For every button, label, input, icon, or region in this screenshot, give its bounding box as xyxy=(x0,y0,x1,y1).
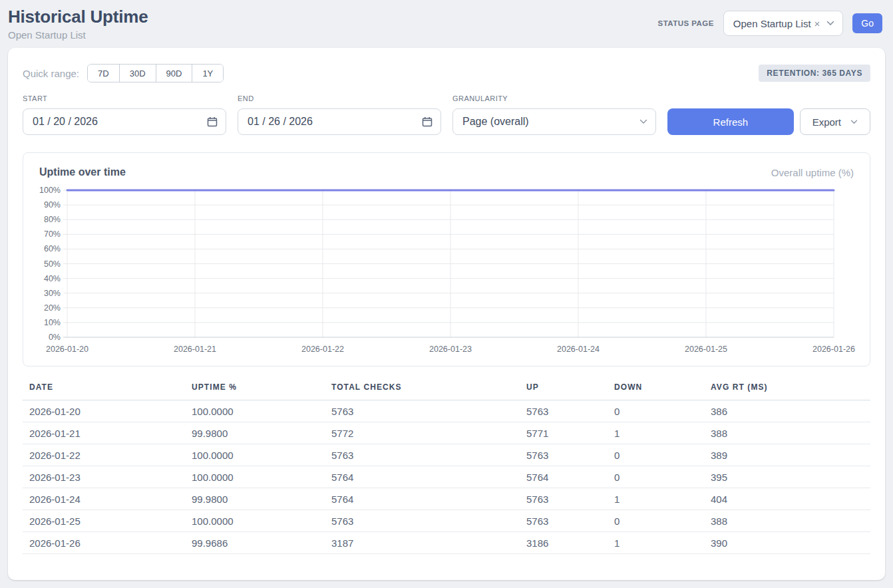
page-subtitle: Open Startup List xyxy=(8,29,148,41)
quick-range-90d-button[interactable]: 90D xyxy=(156,65,192,82)
quick-range-group: 7D 30D 90D 1Y xyxy=(87,64,224,82)
granularity-label: GRANULARITY xyxy=(452,94,656,102)
end-date-value: 01 / 26 / 2026 xyxy=(248,116,313,128)
table-row: 2026-01-23100.0000576457640395 xyxy=(23,466,870,488)
table-cell: 388 xyxy=(704,510,870,532)
uptime-chart: 2026-01-202026-01-212026-01-222026-01-23… xyxy=(39,184,854,358)
table-row: 2026-01-22100.0000576357630389 xyxy=(23,444,870,466)
chart-legend-label: Overall uptime (%) xyxy=(771,167,854,178)
retention-badge: RETENTION: 365 DAYS xyxy=(759,65,870,82)
table-cell: 5763 xyxy=(520,400,608,422)
table-row: 2026-01-2699.9686318731861390 xyxy=(23,532,870,554)
status-page-selected-value: Open Startup List xyxy=(733,18,811,29)
svg-text:2026-01-24: 2026-01-24 xyxy=(557,345,600,354)
start-date-label: START xyxy=(23,94,226,102)
table-cell: 5763 xyxy=(520,488,608,510)
svg-text:2026-01-23: 2026-01-23 xyxy=(429,345,472,354)
table-cell: 2026-01-22 xyxy=(23,444,185,466)
granularity-field: GRANULARITY Page (overall) xyxy=(452,94,656,135)
svg-text:2026-01-21: 2026-01-21 xyxy=(174,345,216,354)
table-cell: 1 xyxy=(608,532,704,554)
uptime-chart-card: Uptime over time Overall uptime (%) 2026… xyxy=(23,152,870,367)
table-cell: 2026-01-26 xyxy=(23,532,185,554)
table-cell: 3186 xyxy=(520,532,608,554)
export-button-label: Export xyxy=(812,116,841,128)
svg-text:2026-01-20: 2026-01-20 xyxy=(46,345,89,354)
table-cell: 389 xyxy=(704,444,870,466)
table-cell: 100.0000 xyxy=(185,400,325,422)
table-cell: 5763 xyxy=(325,400,520,422)
granularity-select[interactable]: Page (overall) xyxy=(452,108,656,135)
table-cell: 5763 xyxy=(520,444,608,466)
table-cell: 2026-01-23 xyxy=(23,466,185,488)
status-page-select[interactable]: Open Startup List × xyxy=(723,11,844,36)
export-button[interactable]: Export xyxy=(800,108,870,135)
status-page-label: STATUS PAGE xyxy=(658,19,714,27)
table-cell: 99.9686 xyxy=(185,532,325,554)
table-cell: 5764 xyxy=(325,466,520,488)
table-cell: 5771 xyxy=(520,422,608,444)
svg-text:50%: 50% xyxy=(44,259,61,269)
table-cell: 0 xyxy=(608,466,704,488)
uptime-table-body: 2026-01-20100.00005763576303862026-01-21… xyxy=(23,400,870,554)
table-cell: 1 xyxy=(608,422,704,444)
chevron-down-icon xyxy=(826,21,834,26)
table-cell: 2026-01-20 xyxy=(23,400,185,422)
table-cell: 2026-01-25 xyxy=(23,510,185,532)
main-panel: Quick range: 7D 30D 90D 1Y RETENTION: 36… xyxy=(8,48,885,580)
start-date-input[interactable]: 01 / 20 / 2026 xyxy=(23,108,226,135)
svg-text:20%: 20% xyxy=(44,303,61,313)
quick-range-1y-button[interactable]: 1Y xyxy=(192,65,223,82)
daily-uptime-table: DATEUPTIME %TOTAL CHECKSUPDOWNAVG RT (MS… xyxy=(23,382,870,554)
chart-title: Uptime over time xyxy=(39,166,126,178)
quick-range-row: Quick range: 7D 30D 90D 1Y RETENTION: 36… xyxy=(23,64,870,82)
table-cell: 386 xyxy=(704,400,870,422)
svg-text:100%: 100% xyxy=(39,186,61,195)
header-controls: STATUS PAGE Open Startup List × Go xyxy=(658,11,882,36)
quick-range-7d-button[interactable]: 7D xyxy=(88,65,119,82)
table-row: 2026-01-20100.0000576357630386 xyxy=(23,400,870,422)
quick-range-label: Quick range: xyxy=(23,68,79,79)
table-header-row: DATEUPTIME %TOTAL CHECKSUPDOWNAVG RT (MS… xyxy=(23,382,870,400)
table-cell: 5763 xyxy=(325,444,520,466)
table-cell: 100.0000 xyxy=(185,510,325,532)
column-header: UPTIME % xyxy=(185,382,325,400)
svg-text:40%: 40% xyxy=(44,274,61,283)
calendar-icon[interactable] xyxy=(422,116,433,127)
svg-text:2026-01-22: 2026-01-22 xyxy=(301,345,344,354)
svg-text:2026-01-26: 2026-01-26 xyxy=(812,345,855,354)
chart-header: Uptime over time Overall uptime (%) xyxy=(39,166,854,178)
chevron-down-icon xyxy=(850,120,858,124)
quick-range-30d-button[interactable]: 30D xyxy=(119,65,156,82)
table-cell: 388 xyxy=(704,422,870,444)
svg-text:0%: 0% xyxy=(49,333,61,342)
table-cell: 5764 xyxy=(325,488,520,510)
svg-text:70%: 70% xyxy=(44,229,61,239)
table-cell: 100.0000 xyxy=(185,444,325,466)
svg-text:80%: 80% xyxy=(44,215,61,224)
table-cell: 395 xyxy=(704,466,870,488)
table-cell: 1 xyxy=(608,488,704,510)
column-header: UP xyxy=(520,382,608,400)
table-cell: 0 xyxy=(608,444,704,466)
table-cell: 100.0000 xyxy=(185,466,325,488)
table-cell: 5772 xyxy=(325,422,520,444)
end-date-input[interactable]: 01 / 26 / 2026 xyxy=(238,108,441,135)
table-row: 2026-01-2199.9800577257711388 xyxy=(23,422,870,444)
column-header: AVG RT (MS) xyxy=(704,382,870,400)
table-cell: 5763 xyxy=(520,510,608,532)
start-date-value: 01 / 20 / 2026 xyxy=(33,116,98,128)
svg-text:30%: 30% xyxy=(44,289,61,298)
granularity-selected-value: Page (overall) xyxy=(462,116,529,128)
calendar-icon[interactable] xyxy=(207,116,218,127)
table-row: 2026-01-25100.0000576357630388 xyxy=(23,510,870,532)
refresh-button[interactable]: Refresh xyxy=(667,108,794,135)
chevron-down-icon xyxy=(639,119,647,124)
table-cell: 0 xyxy=(608,400,704,422)
go-button[interactable]: Go xyxy=(852,13,882,33)
table-cell: 99.9800 xyxy=(185,422,325,444)
column-header: DOWN xyxy=(608,382,704,400)
clear-selection-icon[interactable]: × xyxy=(814,18,820,29)
page-title: Historical Uptime xyxy=(8,7,148,27)
table-cell: 404 xyxy=(704,488,870,510)
